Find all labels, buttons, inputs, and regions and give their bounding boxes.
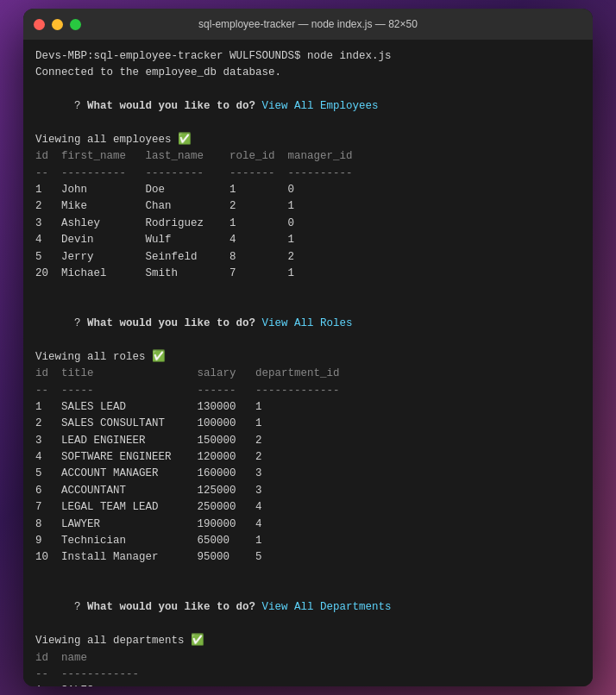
emp-row-5: 5 Jerry Seinfeld 8 2	[35, 249, 581, 266]
role-row-1: 1 SALES LEAD 130000 1	[35, 399, 581, 416]
roles-header: id title salary department_id	[35, 366, 581, 382]
terminal-body[interactable]: Devs-MBP:sql-employee-tracker WULFSOUNDS…	[23, 40, 593, 686]
question1-line: ? What would you like to do? View All Em…	[35, 82, 581, 132]
window-title: sql-employee-tracker — node index.js — 8…	[198, 18, 418, 30]
viewing-departments: Viewing all departments ✅	[35, 633, 581, 649]
role-row-3: 3 LEAD ENGINEER 150000 2	[35, 433, 581, 449]
emp-row-3: 3 Ashley Rodriguez 1 0	[35, 216, 581, 232]
q1-mark: ?	[74, 100, 87, 112]
role-row-8: 8 LAWYER 190000 4	[35, 517, 581, 533]
viewing-roles: Viewing all roles ✅	[35, 349, 581, 366]
emp-row-2: 2 Mike Chan 2 1	[35, 198, 581, 215]
viewing-employees: Viewing all employees ✅	[35, 132, 581, 148]
blank2	[35, 567, 581, 583]
terminal-window: sql-employee-tracker — node index.js — 8…	[23, 9, 593, 686]
roles-divider: -- ----- ------ -------------	[35, 383, 581, 399]
dept-divider: -- ------------	[35, 667, 581, 683]
q3-text: What would you like to do?	[87, 601, 262, 613]
dept-header: id name	[35, 650, 581, 667]
question2-line: ? What would you like to do? View All Ro…	[35, 299, 581, 349]
connected-line: Connected to the employee_db database.	[35, 65, 581, 81]
role-row-10: 10 Install Manager 95000 5	[35, 549, 581, 566]
close-button[interactable]	[34, 19, 45, 30]
role-row-7: 7 LEGAL TEAM LEAD 250000 4	[35, 499, 581, 516]
q1-answer: View All Employees	[262, 100, 379, 112]
minimize-button[interactable]	[52, 19, 63, 30]
role-row-6: 6 ACCOUNTANT 125000 3	[35, 483, 581, 499]
employees-header: id first_name last_name role_id manager_…	[35, 148, 581, 165]
maximize-button[interactable]	[70, 19, 81, 30]
dept-row-1: 1 SALES	[35, 683, 581, 686]
prompt-text: Devs-MBP:sql-employee-tracker WULFSOUNDS…	[35, 50, 392, 62]
blank1	[35, 282, 581, 298]
q2-answer: View All Roles	[262, 317, 353, 329]
role-row-5: 5 ACCOUNT MANAGER 160000 3	[35, 466, 581, 482]
role-row-2: 2 SALES CONSULTANT 100000 1	[35, 416, 581, 432]
q2-mark: ?	[74, 317, 87, 329]
employees-divider: -- ---------- --------- ------- --------…	[35, 166, 581, 182]
emp-row-4: 4 Devin Wulf 4 1	[35, 232, 581, 248]
q3-answer: View All Departments	[262, 601, 392, 613]
role-row-9: 9 Technician 65000 1	[35, 533, 581, 549]
question3-line: ? What would you like to do? View All De…	[35, 583, 581, 633]
titlebar: sql-employee-tracker — node index.js — 8…	[23, 9, 593, 40]
q3-mark: ?	[74, 601, 87, 613]
emp-row-1: 1 John Doe 1 0	[35, 182, 581, 198]
q2-text: What would you like to do?	[87, 317, 262, 329]
q1-text: What would you like to do?	[87, 100, 262, 112]
prompt-line: Devs-MBP:sql-employee-tracker WULFSOUNDS…	[35, 48, 581, 65]
role-row-4: 4 SOFTWARE ENGINEER 120000 2	[35, 449, 581, 466]
emp-row-6: 20 Michael Smith 7 1	[35, 266, 581, 282]
